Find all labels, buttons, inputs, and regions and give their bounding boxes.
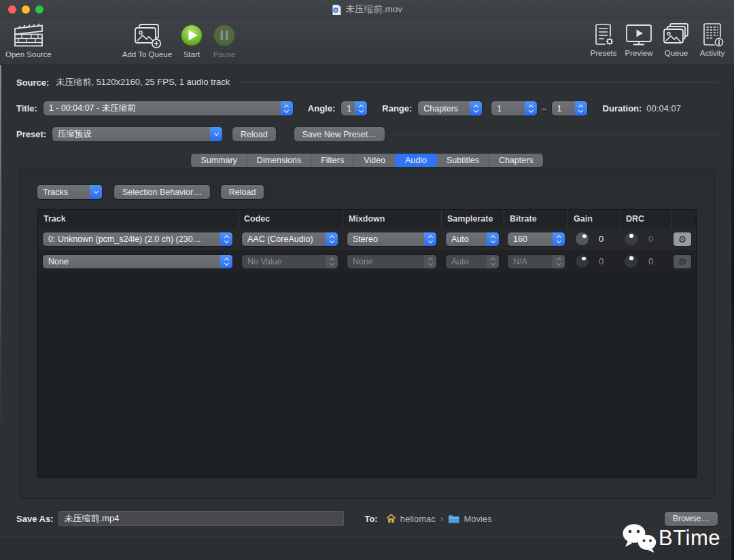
stepper-icon [355,101,367,116]
stepper-icon [326,255,338,268]
audio-track-table: Track Codec Mixdown Samplerate Bitrate G… [37,209,697,478]
bitrate-popup: N/A [508,255,565,268]
watermark-text: BTime [659,526,720,550]
toolbar-label: Presets [591,49,617,57]
stepper-icon [424,232,436,246]
duration-value: 00:04:07 [646,103,681,113]
chapter-from-popup[interactable]: 1 [491,101,537,116]
column-header-mixdown[interactable]: Mixdown [343,210,441,228]
title-row: Title: 1 - 00:04:07 - 未压缩前 Angle: 1 Rang… [0,101,734,116]
mixdown-popup[interactable]: Stereo [347,232,436,246]
source-label: Source: [16,77,49,88]
pause-circle-icon [211,20,237,52]
save-new-preset-button[interactable]: Save New Preset… [294,127,385,141]
tab-audio[interactable]: Audio [395,154,436,167]
tab-summary[interactable]: Summary [191,154,246,167]
toolbar-start[interactable]: Start [179,20,205,58]
audio-panel: Tracks Selection Behavior… Reload Track … [19,168,715,499]
source-row: Source: 未压缩前, 5120x2160, 25 FPS, 1 audio… [0,76,734,88]
toolbar-label: Open Source [5,50,52,58]
column-header-samplerate[interactable]: Samplerate [441,210,504,228]
column-header-codec[interactable]: Codec [238,210,343,228]
track-source-popup[interactable]: None [43,255,232,268]
mixdown-popup: None [347,255,436,268]
preset-row: Preset: 压缩预设 Reload Save New Preset… [0,127,734,141]
range-dash: – [542,103,546,113]
window-title-text: 未压缩前.mov [346,3,402,16]
close-button[interactable] [8,5,16,14]
gear-icon[interactable]: ⚙ [674,232,691,246]
tab-chapters[interactable]: Chapters [489,154,543,167]
titlebar: 未压缩前.mov [0,0,734,19]
stepper-icon [487,255,499,268]
to-label: To: [364,514,377,524]
chevron-down-icon [210,127,222,141]
column-header-track[interactable]: Track [38,210,238,228]
source-value: 未压缩前, 5120x2160, 25 FPS, 1 audio track [56,76,230,88]
right-edge-artifact [731,65,734,560]
column-header-bitrate[interactable]: Bitrate [504,210,567,228]
toolbar-preview[interactable]: Preview [624,20,654,57]
chapter-to-popup[interactable]: 1 [552,101,587,116]
preset-popup[interactable]: 压缩预设 [52,127,222,141]
path-folder-text: Movies [464,514,491,524]
save-as-label: Save As: [16,514,53,524]
selection-behavior-button[interactable]: Selection Behavior… [114,185,210,199]
stepper-icon [487,232,499,246]
save-as-input[interactable] [58,511,344,526]
duration-label: Duration: [603,103,642,113]
toolbar-activity[interactable]: Activity [699,20,726,57]
codec-popup: No Value [242,255,338,268]
chevron-right-icon: › [440,513,444,524]
toolbar-open-source[interactable]: Open Source [5,20,52,58]
column-header-gain[interactable]: Gain [567,210,620,228]
stepper-icon [326,232,338,246]
chevron-down-icon [90,185,102,199]
stepper-icon [525,101,537,116]
toolbar-add-to-queue[interactable]: Add To Queue [122,20,172,58]
reload-button[interactable]: Reload [232,127,276,141]
toolbar-label: Add To Queue [122,50,172,58]
tab-video[interactable]: Video [353,154,395,167]
range-label: Range: [382,103,412,113]
tab-dimensions[interactable]: Dimensions [247,154,311,167]
play-circle-icon [179,20,205,52]
bitrate-popup[interactable]: 160 [508,232,565,246]
gain-knob [576,255,589,268]
gain-value: 0 [599,234,604,244]
gain-value: 0 [599,256,604,266]
photos-plus-icon [131,20,162,52]
drc-knob[interactable] [625,232,637,245]
zoom-button[interactable] [35,5,43,14]
title-label: Title: [16,103,37,113]
angle-label: Angle: [308,103,335,113]
samplerate-popup[interactable]: Auto [446,232,499,246]
tracks-reload-button[interactable]: Reload [221,185,264,199]
gain-knob[interactable] [576,232,589,245]
title-popup[interactable]: 1 - 00:04:07 - 未压缩前 [43,101,293,116]
left-edge-artifact [0,65,1,446]
minimize-button[interactable] [22,5,30,14]
toolbar-label: Start [184,50,200,58]
toolbar-queue[interactable]: Queue [661,20,692,57]
tab-subtitles[interactable]: Subtitles [436,154,489,167]
samplerate-popup: Auto [446,255,499,268]
toolbar-label: Activity [700,49,724,57]
divider [239,82,718,83]
range-type-popup[interactable]: Chapters [418,101,482,116]
drc-value: 0 [648,256,653,266]
tracks-popup[interactable]: Tracks [37,185,102,199]
track-source-popup[interactable]: 0: Unknown (pcm_s24le) (2.0 ch) (230… [43,232,232,246]
document-info-icon [699,20,726,50]
audio-track-row: None No Value None [38,250,696,273]
preset-label: Preset: [16,129,46,139]
watermark: BTime [622,523,720,554]
codec-popup[interactable]: AAC (CoreAudio) [242,232,338,246]
divider [394,134,718,135]
column-header-drc[interactable]: DRC [620,210,671,228]
destination-path: hellomac › Movies [386,513,492,524]
toolbar: Open Source Add To Queue [0,19,734,65]
toolbar-presets[interactable]: Presets [590,20,617,57]
tab-filters[interactable]: Filters [311,154,353,167]
angle-popup[interactable]: 1 [341,101,367,116]
